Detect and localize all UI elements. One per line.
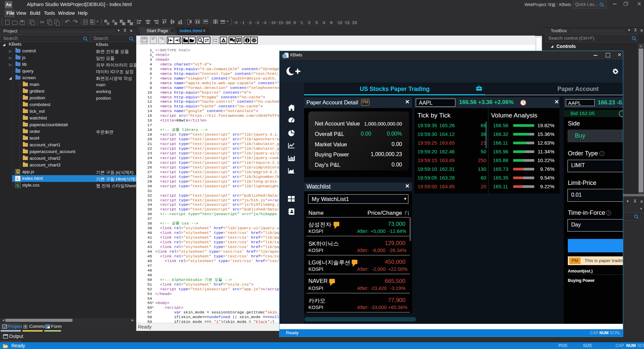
svg-text:A: A: [222, 39, 225, 43]
